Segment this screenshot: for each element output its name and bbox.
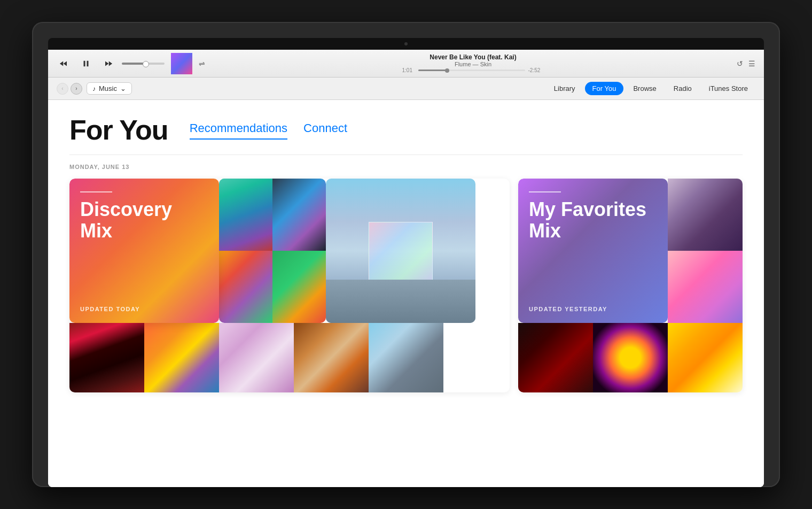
toolbar: ⇌ Never Be Like You (feat. Kai) Flume — … (48, 50, 764, 78)
forward-icon (104, 59, 113, 68)
progress-bar-container: 1:01 -2:52 (402, 67, 544, 73)
chevron-down-icon: ⌄ (120, 84, 126, 92)
nav-browse[interactable]: Browse (626, 82, 663, 95)
discovery-album-grid (219, 179, 326, 323)
nav-radio[interactable]: Radio (666, 82, 699, 95)
art-profile-woman (668, 179, 743, 251)
discovery-mix-card[interactable]: Discovery Mix UPDATED TODAY (69, 179, 219, 323)
progress-fill (418, 70, 447, 71)
date-label: MONDAY, JUNE 13 (69, 155, 743, 170)
mix-card-line (80, 191, 112, 192)
playback-controls (57, 57, 115, 71)
page-header: For You Recommendations Connect (69, 116, 743, 144)
section-label: Music (99, 84, 117, 92)
track-artist: Flume — Skin (430, 61, 516, 67)
nav-library[interactable]: Library (546, 82, 583, 95)
favorites-mix-title: My Favorites Mix (529, 199, 657, 241)
mini-album-dark-dancer[interactable] (518, 323, 593, 392)
tab-connect[interactable]: Connect (303, 121, 347, 140)
art-dark-dancer (518, 323, 593, 392)
now-playing-center: Never Be Like You (feat. Kai) Flume — Sk… (216, 53, 730, 73)
art-yellow-man (668, 323, 743, 392)
album-cell-1[interactable] (219, 179, 272, 251)
album-cell-3[interactable] (219, 251, 272, 323)
discovery-mix-subtitle: UPDATED TODAY (80, 306, 208, 312)
camera-dot (404, 42, 408, 45)
time-elapsed: 1:01 (402, 67, 415, 73)
art-justin-martin (219, 323, 294, 392)
track-title: Never Be Like You (feat. Kai) (430, 53, 516, 61)
rewind-button[interactable] (57, 57, 71, 71)
tab-recommendations[interactable]: Recommendations (190, 121, 287, 140)
itunes-app: ⇌ Never Be Like You (feat. Kai) Flume — … (48, 50, 764, 487)
main-content: For You Recommendations Connect MONDAY, … (48, 100, 764, 487)
music-icon: ♪ (92, 85, 96, 92)
mini-album-yellow-man[interactable] (668, 323, 743, 392)
forward-button[interactable] (102, 57, 115, 71)
discovery-mix-title: Discovery Mix (80, 199, 208, 241)
favorites-inner: My Favorites Mix UPDATED YESTERDAY (518, 179, 743, 392)
progress-bar[interactable] (418, 70, 525, 71)
album-cell-2[interactable] (272, 179, 326, 251)
album-cell-4[interactable] (272, 251, 326, 323)
page-title: For You (69, 116, 168, 144)
art-pink-flowers (668, 251, 743, 323)
nav-itunes-store[interactable]: iTunes Store (701, 82, 755, 95)
section-discovery: Discovery Mix UPDATED TODAY (69, 179, 510, 392)
nav-arrows: ‹ › (57, 83, 82, 95)
queue-button[interactable]: ☰ (748, 59, 755, 68)
time-remaining: -2:52 (528, 67, 544, 73)
mini-album-brothers[interactable] (69, 323, 144, 392)
track-info: Never Be Like You (feat. Kai) Flume — Sk… (430, 53, 516, 67)
mini-album-justin[interactable] (219, 323, 294, 392)
favorites-album-bottom[interactable] (668, 251, 743, 323)
favorites-mix-card[interactable]: My Favorites Mix UPDATED YESTERDAY (518, 179, 668, 323)
crystal-cube-album[interactable] (326, 179, 475, 323)
laptop-frame: ⇌ Never Be Like You (feat. Kai) Flume — … (32, 22, 780, 487)
favorites-mix-subtitle: UPDATED YESTERDAY (529, 306, 657, 312)
volume-slider[interactable] (122, 63, 165, 65)
toolbar-right: ↺ ☰ (737, 59, 755, 68)
back-button[interactable]: ‹ (57, 83, 68, 95)
section-favorites: My Favorites Mix UPDATED YESTERDAY (518, 179, 743, 392)
art-strumbellas (144, 323, 219, 392)
mini-album-lucinda[interactable] (369, 323, 443, 392)
shuffle-button[interactable]: ⇌ (199, 59, 205, 68)
nav-bar: ‹ › ♪ Music ⌄ Library For You Browse Rad… (48, 78, 764, 100)
page-tabs: Recommendations Connect (190, 121, 347, 144)
art-corinne (294, 323, 369, 392)
rewind-icon (59, 59, 68, 68)
mini-album-corinne[interactable] (294, 323, 369, 392)
art-brothers (69, 323, 144, 392)
nav-for-you[interactable]: For You (585, 82, 624, 95)
section-selector[interactable]: ♪ Music ⌄ (87, 82, 132, 95)
mix-card-line-2 (529, 191, 561, 192)
album-art-colorful (219, 251, 272, 323)
mini-album-day-dead[interactable] (593, 323, 668, 392)
mini-album-strumbellas[interactable] (144, 323, 219, 392)
now-playing-album-art (171, 53, 192, 74)
pause-icon (81, 59, 91, 68)
art-lucinda (369, 323, 443, 392)
favorites-top-row: My Favorites Mix UPDATED YESTERDAY (518, 179, 743, 323)
favorites-album-top[interactable] (668, 179, 743, 251)
favorites-bottom-row (518, 323, 743, 392)
discovery-bottom-row (69, 323, 510, 392)
discovery-inner: Discovery Mix UPDATED TODAY (69, 179, 510, 392)
forward-nav-button[interactable]: › (71, 83, 82, 95)
screen-bezel: ⇌ Never Be Like You (feat. Kai) Flume — … (48, 38, 764, 487)
pause-button[interactable] (79, 57, 93, 71)
main-nav: Library For You Browse Radio iTunes Stor… (546, 82, 755, 95)
favorites-album-pair (668, 179, 743, 323)
album-art-woman-teal (219, 179, 272, 251)
sections-container: Discovery Mix UPDATED TODAY (69, 179, 743, 392)
art-day-dead (593, 323, 668, 392)
repeat-button[interactable]: ↺ (737, 59, 743, 68)
discovery-top-row: Discovery Mix UPDATED TODAY (69, 179, 510, 323)
